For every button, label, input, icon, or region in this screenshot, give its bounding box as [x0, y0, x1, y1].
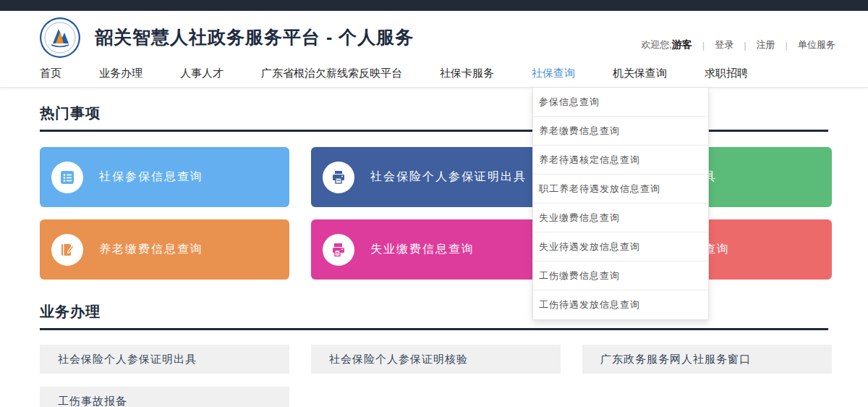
hot-card-shebao-canbao[interactable]: 社保参保信息查询 [40, 147, 289, 207]
dropdown-item-gongshang-jiaofei[interactable]: 工伤缴费信息查询 [533, 261, 708, 290]
book-pen-icon [51, 234, 83, 266]
biz-card-zhengming-chuju[interactable]: 社会保险个人参保证明出具 [40, 345, 289, 374]
separator: | [744, 40, 746, 51]
dropdown-item-shiye-jiaofei[interactable]: 失业缴费信息查询 [533, 204, 708, 232]
hot-card-shiye-jiaofei[interactable]: 失业缴费信息查询 [311, 219, 561, 280]
top-dark-strip [0, 0, 868, 11]
nav-item-business[interactable]: 业务办理 [99, 65, 142, 81]
user-area: 欢迎您,游客 | 登录 | 注册 | 单位服务 [641, 38, 835, 51]
nav-item-home[interactable]: 首页 [40, 65, 61, 81]
card-label: 工伤事故报备 [58, 395, 127, 407]
nav-item-social-card[interactable]: 社保卡服务 [440, 65, 494, 81]
card-label: 失业缴费信息查询 [370, 242, 475, 257]
main-nav: 首页 业务办理 人事人才 广东省根治欠薪线索反映平台 社保卡服务 社保查询 机关… [0, 64, 868, 88]
main-content: 热门事项 社保参保信息查询 [0, 88, 868, 407]
biz-card-zhengming-heyan[interactable]: 社会保险个人参保证明核验 [311, 345, 561, 374]
biz-card-gongshang-baobei[interactable]: 工伤事故报备 [40, 387, 289, 407]
card-label: 社保参保信息查询 [99, 169, 203, 185]
hot-cards-grid: 社保参保信息查询 社会保险个人参保证明出具 具 [40, 147, 828, 280]
dropdown-item-shiye-fafang[interactable]: 失业待遇发放信息查询 [533, 232, 708, 261]
section-title-hot: 热门事项 [40, 104, 828, 132]
card-label: 广东政务服务网人社服务窗口 [600, 353, 751, 366]
social-insurance-query-dropdown: 参保信息查询 养老缴费信息查询 养老待遇核定信息查询 职工养老待遇发放信息查询 … [532, 88, 709, 320]
fax-icon [323, 234, 354, 266]
separator: | [786, 40, 788, 51]
welcome-prefix: 欢迎您, [641, 39, 672, 50]
card-label: 社会保险个人参保证明出具 [370, 169, 527, 185]
printer-icon [323, 161, 354, 193]
card-label: 社会保险个人参保证明核验 [329, 353, 468, 366]
welcome-username: 游客 [672, 38, 692, 50]
nav-item-social-insurance-query[interactable]: 社保查询 [532, 65, 575, 81]
dropdown-item-canbao-info[interactable]: 参保信息查询 [533, 88, 708, 117]
login-link[interactable]: 登录 [715, 38, 733, 51]
site-logo[interactable] [40, 17, 80, 58]
unit-service-link[interactable]: 单位服务 [798, 38, 835, 51]
welcome-text: 欢迎您,游客 [641, 38, 692, 51]
site-header: 韶关智慧人社政务服务平台 - 个人服务 欢迎您,游客 | 登录 | 注册 | 单… [0, 11, 868, 64]
page-title: 韶关智慧人社政务服务平台 - 个人服务 [95, 25, 414, 49]
nav-item-wage-platform[interactable]: 广东省根治欠薪线索反映平台 [261, 65, 402, 81]
hot-card-yanglao-jiaofei[interactable]: 养老缴费信息查询 [40, 219, 289, 280]
nav-item-job-recruit[interactable]: 求职招聘 [705, 65, 748, 81]
business-cards-grid: 社会保险个人参保证明出具 社会保险个人参保证明核验 广东政务服务网人社服务窗口 … [40, 345, 828, 407]
hot-card-canbao-zhengming[interactable]: 社会保险个人参保证明出具 [311, 147, 561, 207]
nav-item-hr-talent[interactable]: 人事人才 [180, 65, 224, 81]
nav-item-gov-insurance-query[interactable]: 机关保查询 [613, 65, 667, 81]
dropdown-item-zhigong-yanglao-fafang[interactable]: 职工养老待遇发放信息查询 [533, 175, 708, 204]
card-label: 社会保险个人参保证明出具 [58, 353, 197, 366]
dropdown-item-gongshang-fafang[interactable]: 工伤待遇发放信息查询 [533, 290, 708, 319]
register-link[interactable]: 注册 [757, 38, 775, 51]
biz-card-gdzw-window[interactable]: 广东政务服务网人社服务窗口 [582, 345, 832, 374]
card-label: 养老缴费信息查询 [99, 242, 203, 257]
dropdown-item-yanglao-heding[interactable]: 养老待遇核定信息查询 [533, 146, 708, 175]
section-title-business: 业务办理 [40, 302, 828, 330]
list-icon [51, 161, 83, 193]
dropdown-item-yanglao-jiaofei[interactable]: 养老缴费信息查询 [533, 117, 708, 146]
separator: | [702, 40, 705, 51]
